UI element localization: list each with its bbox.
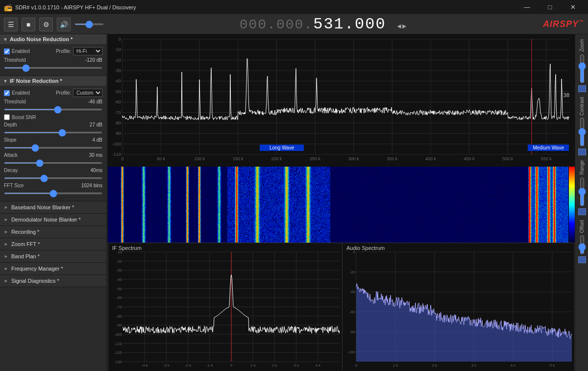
dnb-label: Demodulator Noise Blanker * (11, 217, 81, 223)
bottom-panels-wrapper: IF Spectrum Audio Spectrum (108, 243, 575, 371)
ifnr-attack-row: Attack 30 ms (4, 152, 102, 165)
if-noise-reduction-header[interactable]: ▼ IF Noise Reduction * (0, 76, 106, 86)
stop-button[interactable]: ■ (22, 18, 35, 31)
range-vslider[interactable] (578, 177, 586, 206)
offset-btn[interactable] (578, 256, 586, 263)
ifnr-attack-label: Attack (4, 152, 18, 158)
ifnr-boost-label: Boost SNR (4, 114, 36, 120)
ifnr-decay-value: 40ms (91, 168, 102, 173)
ifnr-depth-label: Depth (4, 122, 17, 127)
demodulator-noise-blanker-item[interactable]: ► Demodulator Noise Blanker * (0, 214, 106, 226)
ifnr-decay-label: Decay (4, 168, 18, 173)
audio-noise-reduction-section: ▼ Audio Noise Reduction * Enabled Profil… (0, 34, 106, 76)
zoom-vslider[interactable] (578, 54, 586, 83)
baseband-noise-blanker-item[interactable]: ► Baseband Noise Blanker * (0, 201, 106, 214)
band-plan-item[interactable]: ► Band Plan * (0, 250, 106, 263)
anr-profile-select[interactable]: Hi-Fi Custom Voice Broadcast (73, 47, 102, 55)
range-btn[interactable] (578, 208, 586, 215)
ifnr-boost-row: Boost SNR (4, 114, 102, 120)
titlebar-title: SDR# v1.0.0.1710 - AIRSPY HF+ Dual / Dis… (15, 4, 136, 10)
ifnr-attack-slider[interactable] (4, 162, 102, 164)
frequency-display: 000.000.531.000 ◄► (108, 15, 539, 33)
ifnr-threshold-value: -46 dB (88, 99, 102, 104)
ifnr-fftsize-row: FFT Size 1024 bins (4, 183, 102, 195)
ifnr-fftsize-slider[interactable] (4, 193, 102, 194)
audio-noise-reduction-header[interactable]: ▼ Audio Noise Reduction * (0, 34, 106, 44)
anr-threshold-value: -120 dB (85, 57, 102, 63)
zfft-arrow-icon: ► (4, 242, 8, 247)
anr-threshold-row: Threshold -120 dB (4, 57, 102, 70)
ifnr-decay-slider[interactable] (4, 177, 102, 179)
ifnr-threshold-slider[interactable] (4, 109, 102, 110)
volume-slider[interactable] (74, 24, 104, 25)
left-panel: ▼ Audio Noise Reduction * Enabled Profil… (0, 34, 107, 371)
mediumwave-band-label: Medium Wave (528, 145, 569, 151)
freq-dim: 000.000. (240, 17, 313, 32)
sd-arrow-icon: ► (4, 278, 8, 283)
left-panel-scrollbar[interactable] (107, 34, 107, 371)
main-layout: ▼ Audio Noise Reduction * Enabled Profil… (0, 34, 588, 371)
anr-content: Enabled Profile: Hi-Fi Custom Voice Broa… (0, 44, 106, 75)
ifnr-boost-checkbox[interactable] (4, 114, 10, 120)
settings-button[interactable]: ⚙ (39, 18, 53, 31)
ifnr-title: IF Noise Reduction * (10, 78, 62, 84)
frequency-manager-item[interactable]: ► Frequency Manager * (0, 263, 106, 275)
minimize-button[interactable]: — (516, 0, 538, 15)
main-spectrum: Long Wave Medium Wave (108, 34, 575, 167)
if-spectrum-title: IF Spectrum (112, 245, 142, 251)
freq-arrows[interactable]: ◄► (397, 23, 407, 30)
contrast-btn[interactable] (578, 148, 586, 155)
anr-enabled-row: Enabled Profile: Hi-Fi Custom Voice Broa… (4, 47, 102, 55)
ifnr-profile-select[interactable]: Hi-Fi Custom Voice Broadcast (73, 89, 102, 97)
app-icon: 📻 (4, 3, 12, 11)
spectra-and-waterfall: Long Wave Medium Wave IF Spectrum Audio … (108, 34, 575, 371)
bnb-arrow-icon: ► (4, 205, 8, 210)
ifnr-enabled-checkbox[interactable] (4, 90, 10, 96)
right-side-controls: Zoom Contrast Range Offset (575, 34, 588, 371)
collapsible-list: ► Baseband Noise Blanker * ► Demodulator… (0, 201, 106, 287)
ifnr-content: Enabled Profile: Hi-Fi Custom Voice Broa… (0, 86, 106, 201)
ifnr-attack-value: 30 ms (89, 152, 102, 158)
anr-enabled-checkbox[interactable] (4, 49, 10, 54)
airspy-logo: AIRSPY™ (543, 19, 584, 29)
ifnr-depth-slider[interactable] (4, 132, 102, 133)
anr-profile-label: Profile: (56, 49, 71, 54)
if-noise-reduction-section: ▼ IF Noise Reduction * Enabled Profile: … (0, 76, 106, 201)
anr-title: Audio Noise Reduction * (10, 36, 73, 42)
audio-spectrum-canvas (343, 243, 574, 371)
bp-arrow-icon: ► (4, 254, 8, 259)
rec-arrow-icon: ► (4, 229, 8, 234)
ifnr-depth-value: 27 dB (90, 122, 102, 127)
ifnr-slope-row: Slope 4 dB (4, 137, 102, 149)
ifnr-slope-label: Slope (4, 137, 17, 143)
ifnr-enabled-label: Enabled (4, 90, 30, 96)
ifnr-slope-slider[interactable] (4, 147, 102, 148)
zoom-fft-item[interactable]: ► Zoom FFT * (0, 238, 106, 250)
anr-enabled-label: Enabled (4, 49, 30, 54)
close-button[interactable]: ✕ (562, 0, 584, 15)
waterfall-canvas (108, 167, 568, 243)
ifnr-depth-row: Depth 27 dB (4, 122, 102, 134)
zoom-btn[interactable] (578, 85, 586, 92)
zoom-label: Zoom (579, 39, 585, 52)
signal-diagnostics-item[interactable]: ► Signal Diagnostics * (0, 275, 106, 287)
contrast-vslider[interactable] (578, 117, 586, 147)
sd-label: Signal Diagnostics * (11, 278, 59, 284)
dnb-arrow-icon: ► (4, 217, 8, 222)
maximize-button[interactable]: □ (539, 0, 561, 15)
longwave-band-label: Long Wave (260, 145, 304, 151)
recording-item[interactable]: ► Recording * (0, 226, 106, 238)
range-label: Range (579, 160, 585, 174)
colorscale-bar (569, 167, 575, 243)
menu-button[interactable]: ☰ (4, 18, 18, 31)
fm-arrow-icon: ► (4, 266, 8, 271)
bnb-label: Baseband Noise Blanker * (11, 204, 74, 210)
freq-bright: 531.000 (313, 15, 386, 33)
if-spectrum-canvas (108, 243, 342, 371)
ifnr-arrow-icon: ▼ (3, 78, 8, 84)
ifnr-fftsize-value: 1024 bins (81, 183, 102, 188)
audio-button[interactable]: 🔊 (57, 18, 71, 31)
offset-vslider[interactable] (578, 235, 586, 254)
ifnr-threshold-label: Threshold (4, 99, 25, 104)
anr-threshold-slider[interactable] (4, 67, 102, 69)
